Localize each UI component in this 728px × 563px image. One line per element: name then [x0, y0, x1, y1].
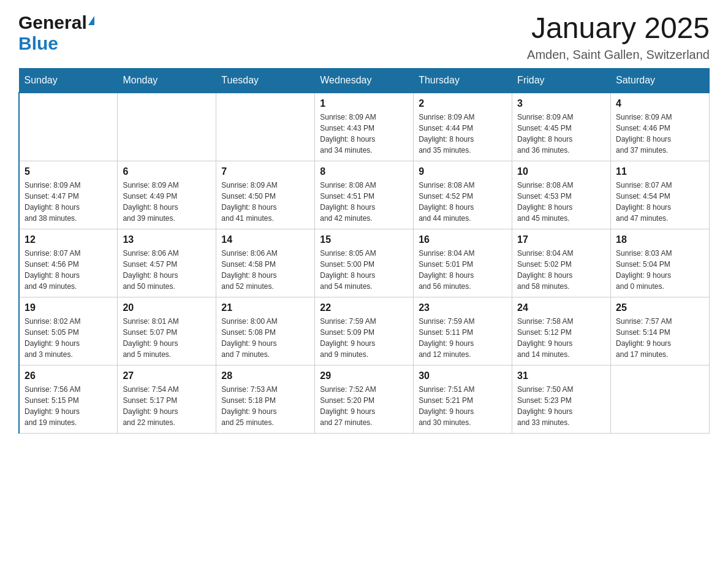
calendar-week-5: 26Sunrise: 7:56 AM Sunset: 5:15 PM Dayli… [19, 365, 710, 433]
day-info: Sunrise: 8:06 AM Sunset: 4:58 PM Dayligh… [221, 248, 309, 292]
day-info: Sunrise: 8:04 AM Sunset: 5:02 PM Dayligh… [517, 248, 605, 292]
day-number: 13 [123, 234, 211, 245]
day-number: 2 [419, 98, 507, 109]
calendar-cell: 5Sunrise: 8:09 AM Sunset: 4:47 PM Daylig… [19, 161, 118, 229]
page-title: January 2025 [527, 12, 710, 45]
calendar-cell: 28Sunrise: 7:53 AM Sunset: 5:18 PM Dayli… [216, 365, 315, 433]
day-number: 31 [517, 370, 605, 381]
calendar-cell: 11Sunrise: 8:07 AM Sunset: 4:54 PM Dayli… [611, 161, 710, 229]
day-number: 9 [419, 166, 507, 177]
day-info: Sunrise: 8:04 AM Sunset: 5:01 PM Dayligh… [419, 248, 507, 292]
day-info: Sunrise: 8:09 AM Sunset: 4:45 PM Dayligh… [517, 112, 605, 156]
calendar-cell: 10Sunrise: 8:08 AM Sunset: 4:53 PM Dayli… [512, 161, 611, 229]
day-info: Sunrise: 8:08 AM Sunset: 4:51 PM Dayligh… [320, 180, 408, 224]
day-info: Sunrise: 7:54 AM Sunset: 5:17 PM Dayligh… [123, 384, 211, 428]
day-info: Sunrise: 7:59 AM Sunset: 5:11 PM Dayligh… [419, 316, 507, 360]
day-info: Sunrise: 7:56 AM Sunset: 5:15 PM Dayligh… [25, 384, 112, 428]
day-info: Sunrise: 7:52 AM Sunset: 5:20 PM Dayligh… [320, 384, 408, 428]
calendar-cell: 20Sunrise: 8:01 AM Sunset: 5:07 PM Dayli… [118, 297, 216, 365]
day-info: Sunrise: 8:09 AM Sunset: 4:49 PM Dayligh… [123, 180, 211, 224]
calendar-cell: 23Sunrise: 7:59 AM Sunset: 5:11 PM Dayli… [414, 297, 512, 365]
calendar-header: SundayMondayTuesdayWednesdayThursdayFrid… [19, 68, 710, 93]
calendar-cell [118, 93, 216, 161]
calendar-cell: 18Sunrise: 8:03 AM Sunset: 5:04 PM Dayli… [611, 229, 710, 297]
day-info: Sunrise: 8:05 AM Sunset: 5:00 PM Dayligh… [320, 248, 408, 292]
header-cell-saturday: Saturday [611, 68, 710, 93]
calendar-cell: 19Sunrise: 8:02 AM Sunset: 5:05 PM Dayli… [19, 297, 118, 365]
day-info: Sunrise: 8:03 AM Sunset: 5:04 PM Dayligh… [616, 248, 704, 292]
day-info: Sunrise: 7:51 AM Sunset: 5:21 PM Dayligh… [419, 384, 507, 428]
calendar-table: SundayMondayTuesdayWednesdayThursdayFrid… [18, 68, 710, 434]
day-info: Sunrise: 8:01 AM Sunset: 5:07 PM Dayligh… [123, 316, 211, 360]
day-info: Sunrise: 7:50 AM Sunset: 5:23 PM Dayligh… [517, 384, 605, 428]
calendar-week-3: 12Sunrise: 8:07 AM Sunset: 4:56 PM Dayli… [19, 229, 710, 297]
day-number: 22 [320, 302, 408, 313]
day-number: 12 [25, 234, 112, 245]
day-info: Sunrise: 8:07 AM Sunset: 4:54 PM Dayligh… [616, 180, 704, 224]
day-number: 11 [616, 166, 704, 177]
day-number: 23 [419, 302, 507, 313]
day-number: 3 [517, 98, 605, 109]
calendar-cell [19, 93, 118, 161]
calendar-cell: 3Sunrise: 8:09 AM Sunset: 4:45 PM Daylig… [512, 93, 611, 161]
calendar-cell: 13Sunrise: 8:06 AM Sunset: 4:57 PM Dayli… [118, 229, 216, 297]
day-info: Sunrise: 8:07 AM Sunset: 4:56 PM Dayligh… [25, 248, 112, 292]
logo-general-text: General [18, 12, 87, 33]
page-header: General Blue January 2025 Amden, Saint G… [18, 12, 710, 62]
header-cell-wednesday: Wednesday [315, 68, 414, 93]
day-info: Sunrise: 8:08 AM Sunset: 4:53 PM Dayligh… [517, 180, 605, 224]
day-number: 6 [123, 166, 211, 177]
calendar-cell: 8Sunrise: 8:08 AM Sunset: 4:51 PM Daylig… [315, 161, 414, 229]
logo-arrow-icon [88, 16, 94, 25]
calendar-cell: 22Sunrise: 7:59 AM Sunset: 5:09 PM Dayli… [315, 297, 414, 365]
day-number: 5 [25, 166, 112, 177]
calendar-week-4: 19Sunrise: 8:02 AM Sunset: 5:05 PM Dayli… [19, 297, 710, 365]
title-section: January 2025 Amden, Saint Gallen, Switze… [527, 12, 710, 62]
day-info: Sunrise: 7:57 AM Sunset: 5:14 PM Dayligh… [616, 316, 704, 360]
calendar-week-2: 5Sunrise: 8:09 AM Sunset: 4:47 PM Daylig… [19, 161, 710, 229]
calendar-cell: 1Sunrise: 8:09 AM Sunset: 4:43 PM Daylig… [315, 93, 414, 161]
day-info: Sunrise: 8:08 AM Sunset: 4:52 PM Dayligh… [419, 180, 507, 224]
day-number: 16 [419, 234, 507, 245]
day-info: Sunrise: 8:00 AM Sunset: 5:08 PM Dayligh… [221, 316, 309, 360]
calendar-cell: 4Sunrise: 8:09 AM Sunset: 4:46 PM Daylig… [611, 93, 710, 161]
logo: General Blue [18, 12, 94, 54]
calendar-cell: 14Sunrise: 8:06 AM Sunset: 4:58 PM Dayli… [216, 229, 315, 297]
header-cell-friday: Friday [512, 68, 611, 93]
day-number: 27 [123, 370, 211, 381]
day-number: 25 [616, 302, 704, 313]
day-number: 26 [25, 370, 112, 381]
calendar-cell: 26Sunrise: 7:56 AM Sunset: 5:15 PM Dayli… [19, 365, 118, 433]
day-info: Sunrise: 8:09 AM Sunset: 4:44 PM Dayligh… [419, 112, 507, 156]
day-number: 14 [221, 234, 309, 245]
calendar-cell: 29Sunrise: 7:52 AM Sunset: 5:20 PM Dayli… [315, 365, 414, 433]
calendar-cell: 30Sunrise: 7:51 AM Sunset: 5:21 PM Dayli… [414, 365, 512, 433]
day-info: Sunrise: 7:59 AM Sunset: 5:09 PM Dayligh… [320, 316, 408, 360]
calendar-cell: 15Sunrise: 8:05 AM Sunset: 5:00 PM Dayli… [315, 229, 414, 297]
day-number: 19 [25, 302, 112, 313]
day-info: Sunrise: 8:09 AM Sunset: 4:43 PM Dayligh… [320, 112, 408, 156]
header-cell-thursday: Thursday [414, 68, 512, 93]
calendar-cell: 9Sunrise: 8:08 AM Sunset: 4:52 PM Daylig… [414, 161, 512, 229]
logo-blue-text: Blue [18, 33, 58, 53]
calendar-body: 1Sunrise: 8:09 AM Sunset: 4:43 PM Daylig… [19, 93, 710, 434]
day-info: Sunrise: 8:06 AM Sunset: 4:57 PM Dayligh… [123, 248, 211, 292]
calendar-cell: 6Sunrise: 8:09 AM Sunset: 4:49 PM Daylig… [118, 161, 216, 229]
day-number: 21 [221, 302, 309, 313]
calendar-cell: 31Sunrise: 7:50 AM Sunset: 5:23 PM Dayli… [512, 365, 611, 433]
calendar-cell: 16Sunrise: 8:04 AM Sunset: 5:01 PM Dayli… [414, 229, 512, 297]
header-cell-sunday: Sunday [19, 68, 118, 93]
day-info: Sunrise: 7:58 AM Sunset: 5:12 PM Dayligh… [517, 316, 605, 360]
day-number: 4 [616, 98, 704, 109]
day-number: 15 [320, 234, 408, 245]
header-row: SundayMondayTuesdayWednesdayThursdayFrid… [19, 68, 710, 93]
day-info: Sunrise: 8:09 AM Sunset: 4:50 PM Dayligh… [221, 180, 309, 224]
calendar-cell: 21Sunrise: 8:00 AM Sunset: 5:08 PM Dayli… [216, 297, 315, 365]
day-number: 30 [419, 370, 507, 381]
day-number: 29 [320, 370, 408, 381]
day-number: 24 [517, 302, 605, 313]
calendar-cell: 12Sunrise: 8:07 AM Sunset: 4:56 PM Dayli… [19, 229, 118, 297]
calendar-week-1: 1Sunrise: 8:09 AM Sunset: 4:43 PM Daylig… [19, 93, 710, 161]
day-number: 10 [517, 166, 605, 177]
subtitle: Amden, Saint Gallen, Switzerland [527, 48, 710, 62]
